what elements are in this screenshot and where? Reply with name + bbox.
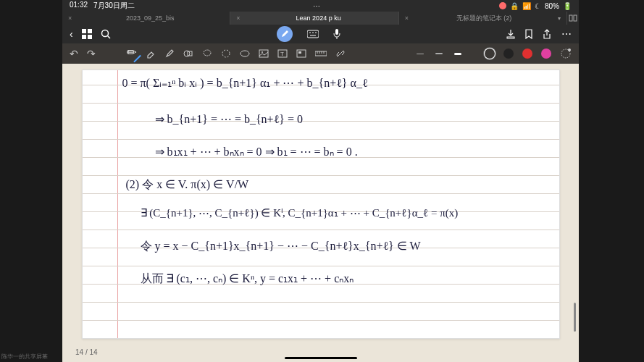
keyboard-button[interactable] — [307, 30, 319, 38]
stroke-med[interactable] — [434, 53, 444, 54]
svg-point-6 — [101, 30, 108, 37]
pen-mode-button[interactable] — [277, 26, 293, 42]
canvas[interactable]: 0 = π( Σᵢ₌₁ⁿ bᵢ xᵢ ) = b_{n+1} α₁ + ⋯ + … — [62, 64, 579, 362]
svg-rect-27 — [315, 51, 327, 56]
home-indicator[interactable] — [285, 357, 357, 359]
handwriting-line: ∃ (C_{n+1}, ⋯, C_{n+ℓ}) ∈ Kˡ, C_{n+1}α₁ … — [141, 206, 459, 219]
svg-rect-15 — [507, 37, 514, 38]
battery-icon: 🔋 — [563, 2, 572, 10]
svg-point-18 — [204, 50, 211, 56]
bookmark-icon — [525, 29, 532, 39]
time: 01:32 — [70, 1, 88, 11]
highlighter-tool[interactable] — [164, 49, 175, 59]
ruled-line — [83, 193, 559, 194]
color-picker[interactable] — [560, 48, 572, 59]
color-magenta[interactable] — [541, 49, 551, 59]
moon-icon: ☾ — [535, 2, 541, 10]
tab-notebook-3[interactable]: × 无标题的笔记本 (2) ▾ — [399, 12, 567, 25]
ellipse-tool[interactable] — [240, 49, 250, 59]
ruled-line — [83, 302, 559, 303]
stroke-thin[interactable] — [415, 54, 425, 54]
highlighter-icon — [164, 49, 175, 59]
search-button[interactable] — [101, 29, 111, 39]
redo-button[interactable]: ↷ — [87, 48, 96, 59]
svg-point-19 — [222, 50, 230, 57]
svg-line-7 — [107, 36, 110, 39]
orientation-lock-icon: 🔒 — [510, 2, 519, 10]
dynamic-island: ⋯ — [313, 2, 320, 10]
grid-icon — [82, 29, 92, 39]
ellipse-icon — [240, 49, 250, 59]
svg-rect-1 — [574, 15, 577, 21]
undo-button[interactable]: ↶ — [70, 48, 78, 59]
lasso-icon — [202, 49, 212, 59]
battery-percent: 80% — [545, 2, 559, 10]
ruled-line — [83, 139, 559, 140]
mic-button[interactable] — [333, 29, 340, 39]
close-icon[interactable]: × — [68, 14, 72, 22]
chevron-down-icon[interactable]: ▾ — [558, 15, 561, 22]
ruled-line — [83, 175, 559, 176]
ruler-tool[interactable] — [315, 50, 327, 57]
close-icon[interactable]: × — [236, 14, 240, 22]
handwriting-line: ⇒ b_{n+1} = ⋯ = b_{n+ℓ} = 0 — [155, 112, 304, 126]
wifi-icon: 📶 — [522, 2, 531, 10]
text-icon: T — [277, 49, 288, 59]
more-button[interactable]: ⋯ — [561, 28, 572, 40]
new-tab-button[interactable] — [567, 12, 579, 25]
search-icon — [101, 29, 111, 39]
sticker-icon — [296, 49, 306, 59]
handwriting-line: 0 = π( Σᵢ₌₁ⁿ bᵢ xᵢ ) = b_{n+1} α₁ + ⋯ + … — [122, 76, 368, 90]
dashed-circle-icon — [221, 49, 231, 59]
svg-text:T: T — [280, 51, 284, 57]
handwriting-line: 令 y = x − C_{n+1}x_{n+1} − ⋯ − C_{n+ℓ}x_… — [141, 239, 421, 254]
color-black[interactable] — [503, 49, 514, 59]
page-counter: 14 / 14 — [75, 348, 98, 356]
eraser-icon — [146, 49, 156, 59]
pen-icon — [280, 30, 289, 38]
sticker-tool[interactable] — [296, 49, 306, 59]
back-button[interactable]: ‹ — [70, 28, 73, 40]
tab-label: 2023_09_25_bis — [76, 14, 224, 22]
lasso-tool[interactable] — [202, 49, 212, 59]
image-icon — [259, 49, 269, 59]
svg-rect-3 — [88, 29, 92, 33]
color-blue[interactable] — [485, 49, 495, 59]
tab-notebook-1[interactable]: × 2023_09_25_bis — [62, 12, 230, 25]
ruled-line — [83, 121, 559, 122]
paper[interactable]: 0 = π( Σᵢ₌₁ⁿ bᵢ xᵢ ) = b_{n+1} α₁ + ⋯ + … — [82, 70, 560, 339]
svg-point-20 — [241, 51, 249, 56]
shape-tool[interactable] — [183, 49, 193, 59]
keyboard-icon — [307, 30, 319, 38]
selection-tool[interactable] — [221, 49, 231, 59]
svg-rect-4 — [82, 35, 86, 39]
nav-bar: ‹ ⋯ — [62, 25, 579, 43]
tab-notebook-2[interactable]: × Lean 2024 p ku — [230, 12, 398, 25]
pen-tool[interactable]: ✎ — [123, 45, 141, 63]
handwriting-line: ⇒ b₁x₁ + ⋯ + bₙxₙ = 0 ⇒ b₁ = ⋯ = bₙ = 0 … — [155, 145, 358, 159]
svg-rect-0 — [569, 15, 572, 21]
link-tool[interactable] — [335, 49, 346, 59]
scroll-indicator[interactable] — [574, 303, 576, 332]
share-button[interactable] — [543, 29, 551, 39]
close-icon[interactable]: × — [405, 14, 409, 22]
recording-indicator-icon — [499, 2, 506, 9]
text-tool[interactable]: T — [277, 49, 288, 59]
date: 7月30日周二 — [93, 1, 135, 11]
svg-rect-8 — [307, 30, 319, 38]
stroke-thick[interactable] — [453, 53, 463, 55]
handwriting-line: (2) 令 x ∈ V. π(x) ∈ V/W — [126, 177, 249, 193]
mic-icon — [333, 29, 340, 39]
tab-label: 无标题的笔记本 (2) — [413, 14, 555, 23]
bookmark-button[interactable] — [525, 29, 532, 39]
color-red[interactable] — [522, 49, 532, 59]
toolbar: ↶ ↷ ✎ T — [62, 43, 579, 64]
download-button[interactable] — [506, 29, 515, 39]
svg-rect-13 — [335, 29, 338, 35]
svg-point-33 — [568, 49, 571, 51]
grid-view-button[interactable] — [82, 29, 92, 39]
svg-point-22 — [262, 51, 263, 53]
svg-rect-2 — [82, 29, 86, 33]
eraser-tool[interactable] — [146, 49, 156, 59]
image-tool[interactable] — [259, 49, 269, 59]
